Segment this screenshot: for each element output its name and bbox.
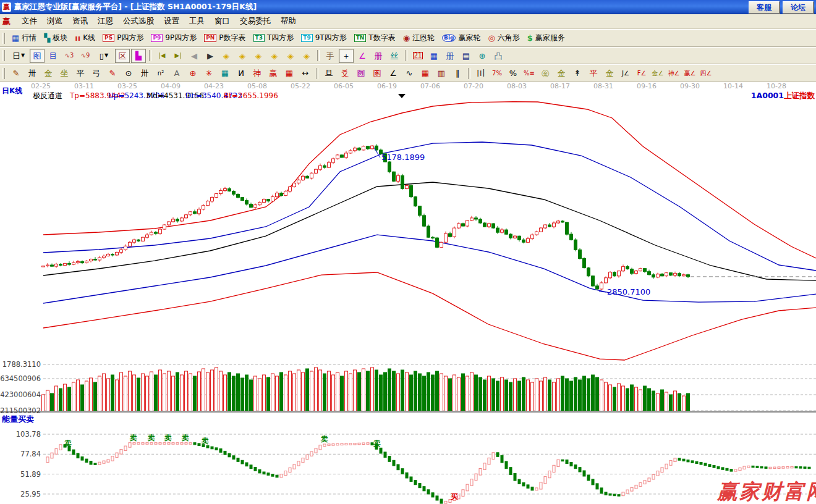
menu-item-4[interactable]: 公式选股 [118, 15, 159, 28]
draw-red-pen-button[interactable]: ✎ [105, 66, 120, 80]
view-region-tool-button[interactable]: 区 [115, 49, 130, 63]
toolbar-grip[interactable] [2, 33, 5, 44]
view-zoom-in-h-button[interactable]: ◈ [267, 49, 282, 63]
draw-box-fan-button[interactable]: 囫 [354, 66, 368, 80]
draw-scale-tool-button[interactable]: 〣 [474, 66, 488, 80]
forum-button[interactable]: 论坛 [783, 1, 814, 14]
view-zoom-right-button[interactable]: ◈ [235, 49, 250, 63]
draw-percent-button[interactable]: % [506, 66, 521, 80]
view-free-draw-button[interactable]: 丝 [387, 49, 402, 63]
view-wave-3-button[interactable]: ∿3 [62, 49, 77, 63]
view-calculator-button[interactable]: ▦ [427, 49, 441, 63]
view-zoom-reset-button[interactable]: ◈ [299, 49, 314, 63]
view-wave-9-button[interactable]: ∿9 [78, 49, 93, 63]
draw-flat-line-button[interactable]: 平 [73, 66, 88, 80]
quick-板块[interactable]: ▚板块 [40, 32, 71, 44]
draw-arc-tool-button[interactable]: 弓 [89, 66, 104, 80]
menu-item-7[interactable]: 窗口 [210, 15, 235, 28]
draw-wave-line-button[interactable]: ∿ [402, 66, 417, 80]
draw-parallel-lines-button[interactable]: ∥ [450, 66, 465, 80]
view-save-button[interactable]: ▤ [459, 49, 474, 63]
view-zoom-left-button[interactable]: ◈ [219, 49, 234, 63]
menu-item-2[interactable]: 资讯 [67, 15, 93, 28]
view-measure-angle-button[interactable]: ∠ [355, 49, 370, 63]
draw-magic-angle-button[interactable]: 神∠ [666, 66, 681, 80]
view-color-chart-button[interactable]: ▙ [131, 49, 146, 63]
draw-grid-box-button[interactable]: ▦ [218, 66, 232, 80]
draw-gold-gann-angle-button[interactable]: 金∠ [650, 66, 665, 80]
view-calendar-button[interactable]: 21 [410, 49, 425, 63]
quick-T四方形[interactable]: T3T四方形 [250, 32, 298, 44]
draw-gann-circle-button[interactable]: ⊕ [185, 66, 200, 80]
toolbar-grip[interactable] [2, 68, 5, 79]
view-period-day-button[interactable]: 日▼ [9, 49, 28, 63]
quick-六角形[interactable]: ◎六角形 [484, 32, 523, 44]
quick-K线[interactable]: ııK线 [71, 32, 99, 44]
quick-赢家轮[interactable]: Big赢家轮 [438, 32, 484, 44]
draw-gold-ratio-2-button[interactable]: 坐 [57, 66, 72, 80]
draw-red-grid-button[interactable]: ▦ [418, 66, 433, 80]
indicator-name[interactable]: 极反通道 [33, 91, 62, 100]
view-quote-list-button[interactable]: 目 [46, 49, 61, 63]
draw-span-measure-button[interactable]: ↔ [298, 66, 313, 80]
draw-dark-grid-button[interactable]: ▥ [434, 66, 449, 80]
menu-item-6[interactable]: 工具 [184, 15, 210, 28]
quick-9P四方形[interactable]: P99P四方形 [147, 32, 200, 44]
view-system-info-button[interactable]: 凸 [491, 49, 506, 63]
menu-item-1[interactable]: 浏览 [42, 15, 67, 28]
view-last-bar-button[interactable]: ▶| [171, 49, 185, 63]
view-zoom-all-button[interactable]: ◈ [283, 49, 298, 63]
draw-gold-ratio-1-button[interactable]: 金 [41, 66, 56, 80]
quick-江恩轮[interactable]: ◉江恩轮 [399, 32, 438, 44]
draw-win-tool-button[interactable]: 赢 [266, 66, 281, 80]
draw-square-numbers-button[interactable]: n² [153, 66, 168, 80]
view-notes-button[interactable]: 册 [443, 49, 457, 63]
draw-gold-angle-button[interactable]: 金 [602, 66, 617, 80]
kline-chart[interactable]: 卖卖卖卖卖卖卖卖买 日K线 极反通道 Tp=5883.9442 Up=5243.… [0, 82, 816, 504]
draw-star-rays-button[interactable]: ✳ [202, 66, 216, 80]
draw-f-angle-button[interactable]: F∠ [634, 66, 649, 80]
toolbar-grip[interactable] [2, 50, 5, 61]
quick-P数字表[interactable]: PNP数字表 [200, 32, 249, 44]
draw-text-label-button[interactable]: A [169, 66, 184, 80]
quick-行情[interactable]: ▦行情 [8, 32, 40, 44]
draw-box-rays-button[interactable]: 圂 [370, 66, 385, 80]
view-candle-style-button[interactable]: ▯▼ [94, 49, 114, 63]
view-crosshair-button[interactable]: ＋ [339, 49, 354, 63]
draw-gann-grid-2-button[interactable]: 卅 [137, 66, 152, 80]
view-first-bar-button[interactable]: |◀ [155, 49, 169, 63]
menu-item-8[interactable]: 交易委托 [235, 15, 276, 28]
period-label[interactable]: 日K线 [2, 86, 22, 95]
view-zoom-out-h-button[interactable]: ◈ [251, 49, 266, 63]
menu-item-5[interactable]: 设置 [159, 15, 184, 28]
draw-percent-7-button[interactable]: 7% [490, 66, 504, 80]
draw-cycle-clock-button[interactable]: ⊙ [121, 66, 136, 80]
view-chart-mode-button[interactable]: 图 [30, 49, 45, 63]
draw-gold-circle-button[interactable]: ㊎ [538, 66, 553, 80]
view-next-bar-button[interactable]: ▶ [203, 49, 218, 63]
draw-gann-grid-1-button[interactable]: 卅 [25, 66, 40, 80]
quick-T数字表[interactable]: TNT数字表 [351, 32, 399, 44]
quick-P四方形[interactable]: PSP四方形 [99, 32, 147, 44]
energy-panel-label[interactable]: 能量买卖 [2, 414, 34, 424]
menu-item-9[interactable]: 帮助 [276, 15, 301, 28]
quick-赢家服务[interactable]: $赢家服务 [524, 32, 569, 44]
draw-j-angle-button[interactable]: J∠ [618, 66, 633, 80]
draw-red-flat-button[interactable]: 平 [586, 66, 601, 80]
draw-number-grid-button[interactable]: ▦ [282, 66, 297, 80]
draw-four-angle-button[interactable]: 四∠ [699, 66, 713, 80]
quick-9T四方形[interactable]: T99T四方形 [297, 32, 350, 44]
view-prev-bar-button[interactable]: ◀ [187, 49, 202, 63]
draw-percent-lines-button[interactable]: %≡ [522, 66, 537, 80]
draw-magic-tool-button[interactable]: 神 [250, 66, 265, 80]
view-measure-grid-button[interactable]: 册 [371, 49, 386, 63]
chart-area[interactable]: 卖卖卖卖卖卖卖卖买 日K线 极反通道 Tp=5883.9442 Up=5243.… [0, 82, 816, 504]
draw-arrow-mark-button[interactable]: ↟ [570, 66, 585, 80]
view-pan-hand-button[interactable]: 手 [323, 49, 338, 63]
panel-divider[interactable] [0, 411, 816, 413]
draw-win-angle-button[interactable]: 赢∠ [682, 66, 697, 80]
view-world-clock-button[interactable]: ⊕ [475, 49, 490, 63]
menu-item-3[interactable]: 江恩 [93, 15, 118, 28]
customer-service-button[interactable]: 客服 [749, 1, 780, 14]
draw-zigzag-button[interactable]: И [234, 66, 249, 80]
